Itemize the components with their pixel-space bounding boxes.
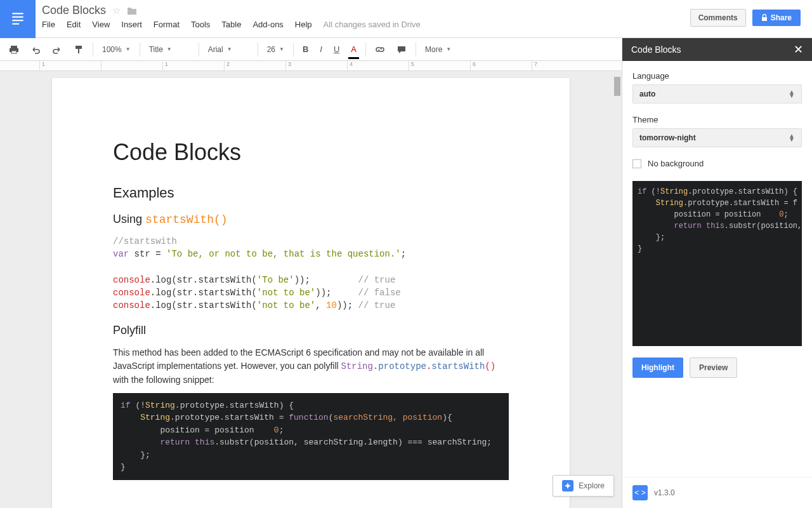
menu-insert[interactable]: Insert: [121, 20, 142, 29]
bold-icon[interactable]: B: [298, 41, 313, 58]
code-block-example: //startswith var str = 'To be, or not to…: [113, 235, 509, 312]
menu-table[interactable]: Table: [221, 20, 241, 29]
menu-format[interactable]: Format: [154, 20, 180, 29]
menu-file[interactable]: File: [42, 20, 55, 29]
menu-tools[interactable]: Tools: [191, 20, 210, 29]
text-color-icon[interactable]: A: [346, 41, 362, 58]
comment-icon[interactable]: [391, 41, 412, 58]
svg-rect-4: [762, 17, 767, 21]
theme-select[interactable]: tomorrow-night▲▼: [632, 128, 802, 147]
svg-rect-8: [75, 46, 82, 49]
code-block-polyfill: if (!String.prototype.startsWith) { Stri…: [113, 393, 509, 480]
svg-rect-1: [12, 17, 23, 18]
svg-rect-0: [12, 13, 23, 14]
heading-polyfill: Polyfill: [113, 324, 509, 337]
preview-box: if (!String.prototype.startsWith) { Stri…: [632, 181, 802, 346]
lock-icon: [761, 14, 768, 22]
menu-addons[interactable]: Add-ons: [252, 20, 283, 29]
fontsize-select[interactable]: 26▼: [262, 43, 289, 57]
svg-rect-3: [12, 23, 19, 25]
nobg-label: No background: [648, 159, 704, 168]
italic-icon[interactable]: I: [315, 41, 327, 58]
redo-icon[interactable]: [47, 41, 67, 58]
share-button[interactable]: Share: [752, 10, 801, 26]
menu-edit[interactable]: Edit: [67, 20, 81, 29]
svg-rect-7: [11, 51, 16, 53]
font-select[interactable]: Arial▼: [203, 43, 254, 57]
explore-button[interactable]: Explore: [553, 475, 614, 497]
more-select[interactable]: More▼: [420, 43, 456, 57]
sidebar-panel: Code Blocks ✕ Language auto▲▼ Theme tomo…: [622, 38, 812, 508]
undo-icon[interactable]: [25, 41, 46, 58]
document-canvas[interactable]: Code Blocks Examples Using startsWith() …: [0, 72, 622, 508]
explore-icon: [562, 480, 573, 491]
version-label: v1.3.0: [654, 488, 675, 497]
style-select[interactable]: Title▼: [144, 43, 195, 57]
nobg-checkbox[interactable]: [632, 159, 641, 168]
link-icon[interactable]: [370, 41, 390, 58]
menu-help[interactable]: Help: [295, 20, 312, 29]
preview-button[interactable]: Preview: [690, 358, 737, 378]
page[interactable]: Code Blocks Examples Using startsWith() …: [52, 78, 570, 508]
print-icon[interactable]: [4, 41, 24, 58]
comments-button[interactable]: Comments: [690, 9, 746, 27]
app-logo[interactable]: [0, 0, 36, 38]
polyfill-paragraph: This method has been added to the ECMASc…: [113, 346, 509, 387]
panel-title: Code Blocks: [631, 44, 681, 55]
heading-using: Using startsWith(): [113, 213, 509, 226]
document-title[interactable]: Code Blocks: [42, 4, 106, 17]
star-icon[interactable]: ☆: [112, 5, 121, 17]
heading-examples: Examples: [113, 185, 509, 201]
outline-indicator: [614, 72, 620, 508]
svg-rect-9: [78, 49, 79, 53]
language-select[interactable]: auto▲▼: [632, 84, 802, 104]
close-icon[interactable]: ✕: [794, 43, 803, 57]
paint-format-icon[interactable]: [69, 41, 89, 58]
underline-icon[interactable]: U: [329, 41, 344, 58]
language-label: Language: [632, 71, 802, 81]
svg-rect-2: [12, 20, 23, 21]
folder-icon[interactable]: [127, 6, 137, 15]
theme-label: Theme: [632, 115, 802, 124]
svg-rect-5: [11, 46, 17, 48]
save-status: All changes saved in Drive: [324, 20, 421, 29]
menu-view[interactable]: View: [92, 20, 110, 29]
heading-title: Code Blocks: [113, 139, 509, 166]
zoom-select[interactable]: 100%▼: [97, 43, 136, 57]
highlight-button[interactable]: Highlight: [632, 358, 683, 378]
addon-icon: < >: [632, 485, 648, 500]
